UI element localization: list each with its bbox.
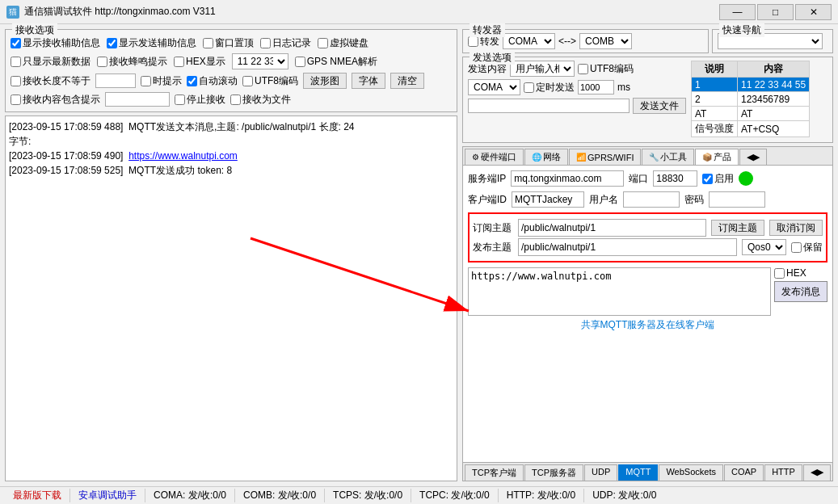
qos-select[interactable]: Qos0 Qos1 Qos2 [742, 239, 786, 255]
message-textarea[interactable]: https://www.walnutpi.com [468, 267, 771, 316]
walnutpi-link[interactable]: https://www.walnutpi.com [128, 150, 238, 162]
time-show-checkbox[interactable] [141, 76, 151, 86]
unsubscribe-button[interactable]: 取消订阅 [769, 220, 823, 236]
bottom-tab-[interactable]: ◀▶ [803, 464, 831, 481]
minimize-button[interactable]: — [719, 4, 756, 20]
receive-contains-item[interactable]: 接收内容包含提示 [11, 93, 100, 107]
bottom-tab-UDP[interactable]: UDP [584, 464, 617, 481]
password-input[interactable] [709, 191, 765, 208]
tab-products[interactable]: 📦 产品 [695, 149, 739, 165]
subscribe-button[interactable]: 订阅主题 [711, 220, 764, 236]
log-record-item[interactable]: 日志记录 [260, 36, 311, 50]
android-helper-link[interactable]: 安卓调试助手 [70, 489, 145, 502]
table-row[interactable]: 2123456789 [692, 92, 810, 107]
tab-tools[interactable]: 🔧 小工具 [642, 149, 694, 165]
length-not-equal-item[interactable]: 接收长度不等于 [11, 74, 91, 88]
virtual-keyboard-item[interactable]: 虚拟键盘 [318, 36, 368, 50]
hex-display-item[interactable]: HEX显示 [174, 55, 225, 69]
auto-scroll-item[interactable]: 自动滚动 [187, 74, 238, 88]
gps-nmea-checkbox[interactable] [295, 57, 305, 67]
bottom-tab-TCP[interactable]: TCP客户端 [465, 464, 524, 481]
utf8-encode-checkbox[interactable] [242, 76, 253, 86]
gps-nmea-item[interactable]: GPS NMEA解析 [295, 55, 377, 69]
receive-beep-item[interactable]: 接收蜂鸣提示 [97, 55, 167, 69]
show-receive-help-checkbox[interactable] [11, 38, 21, 48]
shared-mqtt-link[interactable]: 共享MQTT服务器及在线客户端 [468, 318, 827, 332]
length-value-input[interactable] [95, 74, 136, 88]
bottom-tab-WebSockets[interactable]: WebSockets [659, 464, 723, 481]
receive-to-file-item[interactable]: 接收为文件 [230, 93, 291, 107]
retain-item[interactable]: 保留 [791, 241, 823, 254]
table-row[interactable]: ATAT [692, 107, 810, 121]
server-ip-input[interactable] [511, 170, 624, 187]
auto-scroll-checkbox[interactable] [187, 76, 197, 86]
bottom-tab-TCP[interactable]: TCP服务器 [524, 464, 583, 481]
tab-network[interactable]: 🌐 网络 [524, 149, 568, 165]
app-icon: 猫 [6, 6, 19, 19]
tab-gprs[interactable]: 📶 GPRS/WIFI [569, 149, 641, 165]
virtual-keyboard-checkbox[interactable] [318, 38, 328, 48]
subscribe-topic-input[interactable] [518, 219, 706, 237]
show-latest-item[interactable]: 只显示最新数据 [11, 55, 91, 69]
timed-send-item[interactable]: 定时发送 [524, 81, 575, 94]
enable-checkbox[interactable] [702, 174, 713, 184]
status-bar: 最新版下载 安卓调试助手 COMA: 发/收:0/0 COMB: 发/收:0/0… [0, 486, 838, 504]
enable-item[interactable]: 启用 [702, 172, 734, 186]
show-send-help-checkbox[interactable] [107, 38, 117, 48]
log-record-checkbox[interactable] [260, 38, 271, 48]
log-line: [2023-09-15 17:08:59 488] MQTT发送文本消息,主题:… [9, 120, 453, 149]
show-send-help-item[interactable]: 显示发送辅助信息 [107, 36, 196, 50]
window-top-item[interactable]: 窗口置顶 [203, 36, 254, 50]
username-label: 用户名 [589, 193, 618, 207]
bottom-tab-MQTT[interactable]: MQTT [618, 464, 658, 481]
publish-button[interactable]: 发布消息 [774, 281, 827, 302]
close-button[interactable]: ✕ [795, 4, 832, 20]
window-top-checkbox[interactable] [203, 38, 213, 48]
receive-to-file-checkbox[interactable] [230, 94, 241, 105]
hex-value-select[interactable]: 11 22 33 [232, 53, 288, 69]
log-area[interactable]: [2023-09-15 17:08:59 488] MQTT发送文本消息,主题:… [5, 116, 457, 481]
hex-checkbox[interactable] [774, 268, 785, 279]
show-latest-checkbox[interactable] [11, 57, 21, 67]
waveform-button[interactable]: 波形图 [303, 73, 347, 89]
tab-hardware[interactable]: ⚙ 硬件端口 [465, 149, 524, 165]
username-input[interactable] [623, 191, 680, 208]
publish-topic-input[interactable] [518, 238, 737, 256]
timed-send-checkbox[interactable] [524, 82, 534, 93]
hex-display-checkbox[interactable] [174, 57, 184, 67]
timed-value-input[interactable] [578, 80, 614, 94]
retain-checkbox[interactable] [791, 242, 802, 253]
converter-comb-select[interactable]: COMB [579, 33, 632, 49]
port-input[interactable] [653, 170, 697, 187]
send-utf8-checkbox[interactable] [578, 64, 588, 74]
time-show-item[interactable]: 时提示 [141, 74, 182, 88]
send-coma-select[interactable]: COMA [468, 79, 520, 95]
table-row[interactable]: 信号强度AT+CSQ [692, 121, 810, 137]
stop-receive-item[interactable]: 停止接收 [175, 93, 225, 107]
utf8-encode-item[interactable]: UTF8编码 [242, 74, 298, 88]
bottom-tab-HTTP[interactable]: HTTP [764, 464, 802, 481]
client-id-input[interactable] [512, 191, 584, 208]
maximize-button[interactable]: □ [757, 4, 794, 20]
col-content: 内容 [738, 61, 810, 78]
stop-receive-checkbox[interactable] [175, 94, 185, 105]
send-file-button[interactable]: 发送文件 [633, 98, 686, 114]
length-not-equal-checkbox[interactable] [11, 76, 21, 86]
forward-checkbox[interactable] [468, 36, 478, 47]
send-content-select[interactable]: 用户输入框 文件 [510, 61, 575, 77]
tab-more[interactable]: ◀▶ [739, 149, 767, 165]
send-input-field[interactable] [468, 99, 630, 113]
font-button[interactable]: 字体 [352, 73, 385, 89]
receive-contains-checkbox[interactable] [11, 94, 21, 105]
show-receive-help-item[interactable]: 显示接收辅助信息 [11, 36, 100, 50]
send-utf8-item[interactable]: UTF8编码 [578, 62, 634, 76]
receive-beep-checkbox[interactable] [97, 57, 107, 67]
mqtt-tab-content: 服务端IP 端口 启用 客户端ID 用户名 密码 [463, 166, 832, 462]
converter-coma-select[interactable]: COMA [503, 33, 555, 49]
hex-check-item[interactable]: HEX [774, 267, 806, 279]
latest-version-link[interactable]: 最新版下载 [5, 489, 70, 502]
table-row[interactable]: 111 22 33 44 55 [692, 78, 810, 92]
clear-button[interactable]: 清空 [390, 73, 424, 89]
bottom-tab-COAP[interactable]: COAP [724, 464, 764, 481]
contains-value-input[interactable] [105, 92, 170, 107]
